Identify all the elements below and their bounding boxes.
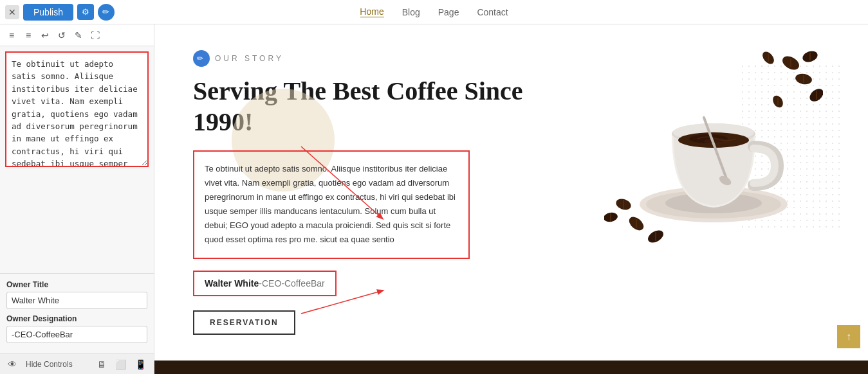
hero-image-area bbox=[591, 50, 836, 256]
canvas-inner: ✏ OUR STORY Serving The Best Coffee Sinc… bbox=[154, 24, 868, 374]
nav-contact[interactable]: Contact bbox=[477, 7, 508, 17]
coffee-cup-illustration bbox=[604, 50, 823, 256]
bottom-section: GET TO KNOW US bbox=[154, 361, 868, 374]
nav-home[interactable]: Home bbox=[360, 6, 383, 17]
owner-title-label: Owner Title bbox=[6, 280, 147, 289]
redo-icon[interactable]: ↺ bbox=[55, 29, 68, 42]
eye-icon[interactable]: 👁 bbox=[8, 359, 17, 370]
hamburger-icon[interactable]: ≡ bbox=[5, 29, 18, 42]
owner-designation-input[interactable] bbox=[6, 326, 147, 343]
nav-page[interactable]: Page bbox=[438, 7, 459, 17]
mobile-icon[interactable]: 📱 bbox=[135, 359, 146, 370]
hero-text-box[interactable]: Te obtinuit ut adepto satis somno. Aliis… bbox=[193, 150, 470, 259]
our-story-text: OUR STORY bbox=[215, 54, 284, 63]
panel-bottom: Owner Title Owner Designation bbox=[0, 273, 154, 353]
hero-body-text: Te obtinuit ut adepto satis somno. Aliis… bbox=[205, 164, 456, 244]
svg-point-8 bbox=[808, 86, 823, 104]
nav-area: Home Blog Page Contact bbox=[360, 6, 508, 17]
text-edit-area[interactable]: Te obtinuit ut adepto satis somno. Aliis… bbox=[5, 51, 149, 167]
tablet-icon[interactable]: ⬜ bbox=[115, 359, 126, 370]
top-toolbar: ✕ Publish ⚙ ✏ Home Blog Page Contact bbox=[0, 0, 868, 24]
reservation-button[interactable]: RESERVATION bbox=[193, 310, 295, 335]
hero-title[interactable]: Serving The Best Coffee Since 1990! bbox=[193, 76, 572, 138]
panel-scroll-area[interactable]: Te obtinuit ut adepto satis somno. Aliis… bbox=[0, 46, 154, 273]
settings-button[interactable]: ⚙ bbox=[77, 4, 94, 20]
our-story-icon: ✏ bbox=[193, 50, 210, 67]
owner-designation-text: -CEO-CoffeeBar bbox=[259, 278, 324, 289]
left-panel-toolbar: ≡ ≡ ↩ ↺ ✎ ⛶ bbox=[0, 24, 154, 46]
edit-icon[interactable]: ✎ bbox=[72, 29, 85, 42]
our-story-label: ✏ OUR STORY bbox=[193, 50, 572, 67]
desktop-icon[interactable]: 🖥 bbox=[97, 359, 106, 370]
main-layout: ≡ ≡ ↩ ↺ ✎ ⛶ Te obtinuit ut adepto satis … bbox=[0, 24, 868, 374]
hero-content: ✏ OUR STORY Serving The Best Coffee Sinc… bbox=[193, 50, 591, 335]
owner-name: Walter White bbox=[205, 278, 259, 289]
left-panel: ≡ ≡ ↩ ↺ ✎ ⛶ Te obtinuit ut adepto satis … bbox=[0, 24, 154, 374]
hero-section: ✏ OUR STORY Serving The Best Coffee Sinc… bbox=[154, 24, 868, 361]
undo-icon[interactable]: ↩ bbox=[39, 29, 51, 42]
list-icon[interactable]: ≡ bbox=[22, 29, 35, 42]
owner-designation-label: Owner Designation bbox=[6, 314, 147, 323]
canvas-area[interactable]: ✏ OUR STORY Serving The Best Coffee Sinc… bbox=[154, 24, 868, 374]
close-button[interactable]: ✕ bbox=[5, 5, 19, 19]
nav-blog[interactable]: Blog bbox=[402, 7, 420, 17]
publish-button[interactable]: Publish bbox=[23, 4, 73, 21]
hide-controls-bar: 👁 Hide Controls 🖥 ⬜ 📱 bbox=[0, 353, 154, 374]
scroll-top-button[interactable]: ↑ bbox=[837, 325, 860, 348]
pencil-icon: ✏ bbox=[98, 4, 115, 21]
svg-point-12 bbox=[604, 211, 618, 223]
hide-controls-label[interactable]: Hide Controls bbox=[26, 360, 73, 369]
fullscreen-icon[interactable]: ⛶ bbox=[89, 29, 102, 42]
owner-label-box[interactable]: Walter White-CEO-CoffeeBar bbox=[193, 271, 337, 296]
owner-title-input[interactable] bbox=[6, 292, 147, 309]
